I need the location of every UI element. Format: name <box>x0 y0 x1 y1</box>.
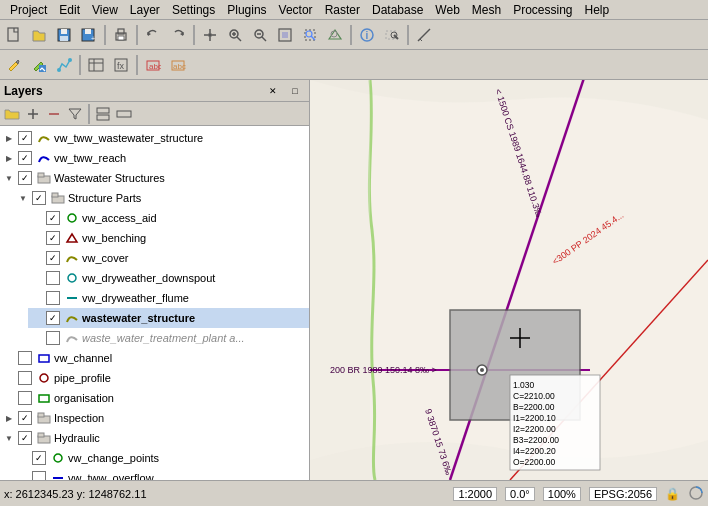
zoom-layer-button[interactable] <box>323 23 347 47</box>
layer-item-wastewater-structure[interactable]: ▶ wastewater_structure <box>28 308 309 328</box>
zoom-out-button[interactable] <box>248 23 272 47</box>
expand-arrow[interactable]: ▶ <box>2 131 16 145</box>
save-project-button[interactable] <box>52 23 76 47</box>
layer-item-vw-tww-reach[interactable]: ▶ vw_tww_reach <box>0 148 309 168</box>
menu-help[interactable]: Help <box>579 3 616 17</box>
layers-close-button[interactable]: ✕ <box>263 81 283 101</box>
layer-visibility-checkbox[interactable] <box>46 251 60 265</box>
layer-item-vw-dryweather-flume[interactable]: ▶ vw_dryweather_flume <box>28 288 309 308</box>
layer-item-inspection[interactable]: ▶ Inspection <box>0 408 309 428</box>
new-project-button[interactable] <box>2 23 26 47</box>
select-features-button[interactable] <box>380 23 404 47</box>
redo-button[interactable] <box>166 23 190 47</box>
expand-arrow[interactable]: ▼ <box>16 191 30 205</box>
layer-item-vw-tww-overflow[interactable]: ▶ vw_tww_overflow <box>14 468 309 480</box>
lock-icon[interactable]: 🔒 <box>665 487 680 501</box>
menu-view[interactable]: View <box>86 3 124 17</box>
svg-point-64 <box>54 454 62 462</box>
svg-rect-5 <box>85 29 91 34</box>
expand-arrow[interactable]: ▶ <box>2 151 16 165</box>
menu-project[interactable]: Project <box>4 3 53 17</box>
menu-processing[interactable]: Processing <box>507 3 578 17</box>
layer-item-hydraulic[interactable]: ▼ Hydraulic <box>0 428 309 448</box>
zoom-selection-button[interactable] <box>298 23 322 47</box>
collapse-all-button[interactable] <box>114 104 134 124</box>
layer-visibility-checkbox[interactable] <box>18 391 32 405</box>
layer-visibility-checkbox[interactable] <box>18 131 32 145</box>
menu-database[interactable]: Database <box>366 3 429 17</box>
statistics-button[interactable]: abc <box>166 53 190 77</box>
layer-item-vw-benching[interactable]: ▶ vw_benching <box>28 228 309 248</box>
menu-vector[interactable]: Vector <box>273 3 319 17</box>
layer-visibility-checkbox[interactable] <box>46 211 60 225</box>
map-canvas[interactable]: < 1500 CS 1989 1644.88 110.3‰ 200 BR 198… <box>310 80 708 480</box>
rotation-display[interactable]: 0.0° <box>505 487 535 501</box>
layer-visibility-checkbox[interactable] <box>46 291 60 305</box>
layer-visibility-checkbox[interactable] <box>18 411 32 425</box>
expand-arrow[interactable]: ▼ <box>2 431 16 445</box>
layer-item-waste-water-treatment[interactable]: ▶ waste_water_treatment_plant a... <box>28 328 309 348</box>
expand-all-button[interactable] <box>93 104 113 124</box>
label-tool-button[interactable]: abc <box>141 53 165 77</box>
render-indicator[interactable] <box>688 485 704 503</box>
layer-visibility-checkbox[interactable] <box>18 171 32 185</box>
identify-button[interactable]: i <box>355 23 379 47</box>
menu-raster[interactable]: Raster <box>319 3 366 17</box>
layer-item-pipe-profile[interactable]: ▶ pipe_profile <box>0 368 309 388</box>
expand-arrow[interactable]: ▶ <box>2 411 16 425</box>
menu-edit[interactable]: Edit <box>53 3 86 17</box>
layer-visibility-checkbox[interactable] <box>18 431 32 445</box>
layer-visibility-checkbox[interactable] <box>18 371 32 385</box>
layer-item-vw-channel[interactable]: ▶ vw_channel <box>0 348 309 368</box>
measure-button[interactable] <box>412 23 436 47</box>
scale-display[interactable]: 1:2000 <box>453 487 497 501</box>
layer-visibility-checkbox[interactable] <box>32 471 46 480</box>
add-layer-button[interactable] <box>23 104 43 124</box>
toggle-edit-button[interactable] <box>2 53 26 77</box>
undo-button[interactable] <box>141 23 165 47</box>
magnifier-display[interactable]: 100% <box>543 487 581 501</box>
menu-layer[interactable]: Layer <box>124 3 166 17</box>
layer-visibility-checkbox[interactable] <box>18 351 32 365</box>
layer-item-organisation[interactable]: ▶ organisation <box>0 388 309 408</box>
layer-label: pipe_profile <box>54 372 111 384</box>
layer-item-vw-dryweather-downspout[interactable]: ▶ vw_dryweather_downspout <box>28 268 309 288</box>
status-bar: x: 2612345.23 y: 1248762.11 1:2000 0.0° … <box>0 480 708 506</box>
zoom-full-button[interactable] <box>273 23 297 47</box>
layer-item-wastewater-structures[interactable]: ▼ Wastewater Structures <box>0 168 309 188</box>
print-button[interactable] <box>109 23 133 47</box>
menu-settings[interactable]: Settings <box>166 3 221 17</box>
layer-visibility-checkbox[interactable] <box>18 151 32 165</box>
epsg-display[interactable]: EPSG:2056 <box>589 487 657 501</box>
svg-rect-49 <box>117 111 131 117</box>
layer-visibility-checkbox[interactable] <box>46 311 60 325</box>
zoom-in-button[interactable] <box>223 23 247 47</box>
field-calculator-button[interactable]: fx <box>109 53 133 77</box>
menu-web[interactable]: Web <box>429 3 465 17</box>
filter-layer-button[interactable] <box>65 104 85 124</box>
layer-visibility-checkbox[interactable] <box>32 451 46 465</box>
layer-label: Inspection <box>54 412 104 424</box>
save-as-button[interactable]: + <box>77 23 101 47</box>
layer-item-vw-change-points[interactable]: ▶ vw_change_points <box>14 448 309 468</box>
open-project-button[interactable] <box>27 23 51 47</box>
save-edits-button[interactable] <box>27 53 51 77</box>
layer-visibility-checkbox[interactable] <box>32 191 46 205</box>
layer-visibility-checkbox[interactable] <box>46 231 60 245</box>
attribute-table-button[interactable] <box>84 53 108 77</box>
pan-tool-button[interactable] <box>198 23 222 47</box>
open-layer-button[interactable] <box>2 104 22 124</box>
svg-point-58 <box>40 374 48 382</box>
layer-item-vw-tww-wastewater-structure[interactable]: ▶ vw_tww_wastewater_structure <box>0 128 309 148</box>
layer-item-vw-cover[interactable]: ▶ vw_cover <box>28 248 309 268</box>
layer-item-vw-access-aid[interactable]: ▶ vw_access_aid <box>28 208 309 228</box>
remove-layer-button[interactable] <box>44 104 64 124</box>
layer-visibility-checkbox[interactable] <box>46 331 60 345</box>
expand-arrow[interactable]: ▼ <box>2 171 16 185</box>
layer-item-structure-parts[interactable]: ▼ Structure Parts <box>14 188 309 208</box>
digitize-button[interactable] <box>52 53 76 77</box>
layers-float-button[interactable]: □ <box>285 81 305 101</box>
layer-visibility-checkbox[interactable] <box>46 271 60 285</box>
menu-plugins[interactable]: Plugins <box>221 3 272 17</box>
menu-mesh[interactable]: Mesh <box>466 3 507 17</box>
